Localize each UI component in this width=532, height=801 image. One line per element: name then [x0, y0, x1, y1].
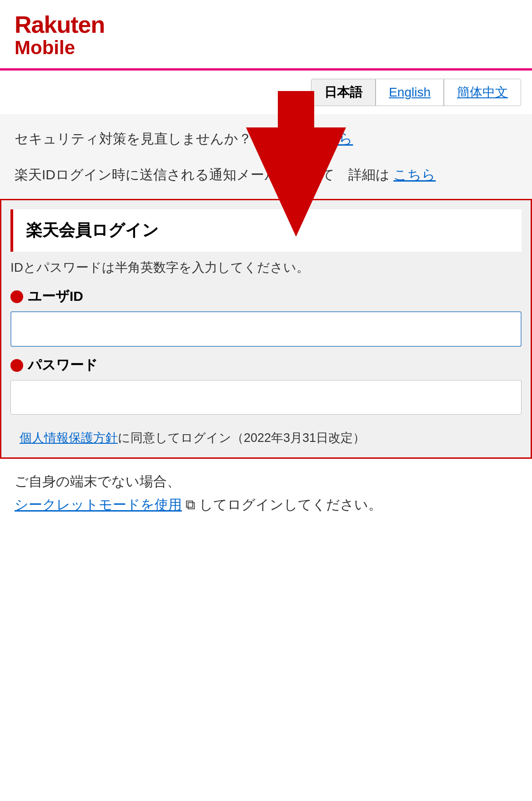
lang-japanese-button[interactable]: 日本語: [311, 79, 376, 106]
user-id-input[interactable]: [10, 311, 522, 347]
lang-chinese-button[interactable]: 簡体中文: [444, 79, 521, 106]
password-label-text: パスワード: [28, 356, 98, 375]
security-notice: セキュリティ対策を見直しませんか？ 詳細は こちら: [15, 127, 517, 150]
password-input[interactable]: [10, 380, 522, 415]
privacy-policy-link[interactable]: 個人情報保護方針: [20, 431, 118, 445]
logo-rakuten-text: Rakuten: [15, 11, 105, 38]
secret-mode-link[interactable]: シークレットモードを使用: [15, 497, 182, 512]
password-field-group: パスワード: [10, 356, 522, 415]
below-form: ご自身の端末でない場合、 シークレットモードを使用 ⧉ してログインしてください…: [0, 459, 532, 527]
user-id-field-group: ユーザID: [10, 287, 522, 347]
below-form-text2: してログインしてください。: [199, 497, 382, 512]
privacy-notice-text: に同意してログイン（2022年3月31日改定）: [118, 431, 365, 445]
lang-english-button[interactable]: English: [376, 79, 444, 106]
login-title-bar: 楽天会員ログイン: [10, 209, 522, 252]
notification-notice: 楽天IDログイン時に送信される通知メールについて 詳細は こちら: [15, 163, 517, 186]
below-form-line2: シークレットモードを使用 ⧉ してログインしてください。: [15, 493, 517, 516]
password-label: パスワード: [10, 356, 522, 375]
privacy-notice: 個人情報保護方針に同意してログイン（2022年3月31日改定）: [10, 424, 522, 448]
user-id-label-text: ユーザID: [28, 287, 83, 306]
user-id-required-icon: [10, 290, 23, 303]
notification-notice-link[interactable]: こちら: [393, 167, 436, 182]
login-title: 楽天会員ログイン: [26, 221, 159, 239]
security-notice-text: セキュリティ対策を見直しませんか？ 詳細は: [15, 131, 307, 146]
below-form-line1: ご自身の端末でない場合、: [15, 470, 517, 493]
user-id-label: ユーザID: [10, 287, 522, 306]
notification-notice-text: 楽天IDログイン時に送信される通知メールについて 詳細は: [15, 167, 390, 182]
login-section: 楽天会員ログイン IDとパスワードは半角英数字を入力してください。 ユーザID …: [0, 199, 532, 458]
below-form-text1: ご自身の端末でない場合、: [15, 474, 181, 489]
header: Rakuten Mobile: [0, 0, 532, 68]
logo-mobile: Mobile: [15, 36, 517, 59]
notice-area: セキュリティ対策を見直しませんか？ 詳細は こちら 楽天IDログイン時に送信され…: [0, 114, 532, 199]
language-switcher: 日本語 English 簡体中文: [0, 71, 532, 114]
password-required-icon: [10, 359, 23, 372]
login-subtitle: IDとパスワードは半角英数字を入力してください。: [1, 252, 531, 280]
external-link-icon: ⧉: [186, 497, 195, 512]
security-notice-link[interactable]: こちら: [311, 131, 353, 146]
logo-rakuten: Rakuten: [15, 13, 517, 36]
logo-mobile-text: Mobile: [15, 37, 75, 58]
form-section: ユーザID パスワード 個人情報保護方針に同意してログイン（2022年3月31日…: [1, 280, 531, 457]
